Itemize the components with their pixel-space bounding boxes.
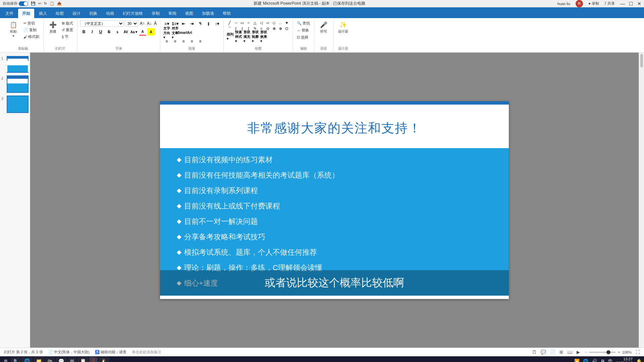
autosave-switch[interactable] — [19, 1, 28, 6]
shape-outline-btn[interactable]: 形状轮廓▾ — [252, 33, 259, 40]
tab-record[interactable]: 录制 — [148, 9, 164, 18]
tab-view[interactable]: 视图 — [181, 9, 197, 18]
spacing-button[interactable]: AV — [122, 28, 129, 36]
chevron-up-icon[interactable]: 🔼 — [573, 359, 581, 362]
quick-save-icon[interactable]: 💾 — [31, 1, 36, 6]
clock[interactable]: 13:27 2023/2/16 — [615, 357, 634, 362]
monitor-icon[interactable]: 🖥 — [599, 359, 606, 362]
section-button[interactable]: § 节 — [60, 34, 74, 40]
taskbar-store[interactable]: 🛍 — [45, 357, 55, 362]
shape-more[interactable]: … — [277, 20, 283, 25]
slide-thumbnail-2[interactable] — [7, 75, 29, 93]
tab-addins[interactable]: 加载项 — [198, 9, 218, 18]
notes-view-btn[interactable]: 🗒 — [532, 350, 537, 355]
scrollbar-thumb[interactable] — [640, 54, 643, 67]
line-spacing-btn[interactable]: ↕▾ — [213, 20, 221, 27]
arrange-btn[interactable]: 排列▾ — [226, 33, 234, 40]
bold-button[interactable]: B — [80, 28, 88, 36]
zoom-slider[interactable] — [589, 352, 616, 353]
tab-review[interactable]: 审阅 — [164, 9, 180, 18]
font-size-select[interactable]: 30 — [125, 20, 138, 27]
decrease-indent-btn[interactable]: ⇤ — [180, 20, 187, 27]
ime-icon[interactable]: 中 — [607, 358, 613, 362]
zoom-in-btn[interactable]: ＋ — [617, 350, 621, 355]
taskbar-browser[interactable]: 🌐 — [21, 357, 33, 362]
tab-insert[interactable]: 插入 — [35, 9, 51, 18]
cut-button[interactable]: ✂ 剪切 — [22, 20, 41, 26]
taskbar-note[interactable]: 📋 — [77, 357, 89, 362]
slide-thumbnail-1[interactable] — [7, 55, 29, 73]
taskbar-chat[interactable]: 💬 — [56, 357, 67, 362]
shape-arrow[interactable]: → — [233, 20, 239, 25]
tab-design[interactable]: 设计 — [68, 9, 85, 18]
text-direction-btn[interactable]: 文字方向▾ — [163, 29, 170, 36]
tab-draw[interactable]: 绘图 — [52, 9, 68, 18]
increase-font-btn[interactable]: A↑ — [139, 20, 145, 26]
select-button[interactable]: ⊡ 选择 — [296, 34, 310, 41]
highlight-button[interactable]: A — [147, 28, 155, 36]
paste-button[interactable]: 📋 粘贴 ▼ — [5, 20, 21, 39]
align-justify-btn[interactable]: ≡ — [188, 38, 196, 45]
font-name-select[interactable]: （中文正文） — [80, 20, 124, 27]
rtl-btn[interactable]: ↰ — [197, 20, 204, 27]
start-button[interactable]: ⊞ — [1, 357, 10, 362]
shape-line[interactable]: ╱ — [226, 20, 232, 25]
column-btn[interactable]: ⫿ — [205, 20, 212, 27]
taskbar-app8[interactable]: 🐧 — [98, 357, 109, 362]
slideshow-btn[interactable]: ▶ — [577, 350, 580, 355]
increase-indent-btn[interactable]: ⇥ — [188, 20, 196, 27]
decrease-font-btn[interactable]: A↓ — [146, 20, 152, 26]
notes-placeholder[interactable]: 单击此处添加备注 — [132, 350, 161, 355]
close-btn[interactable]: ✕ — [637, 1, 641, 6]
underline-button[interactable]: U — [97, 28, 104, 36]
taskbar-explorer[interactable]: 📁 — [33, 357, 44, 362]
shape-rtri[interactable]: ◁ — [258, 20, 264, 25]
slide-sorter-btn[interactable]: ⊞ — [559, 350, 563, 355]
tab-transitions[interactable]: 切换 — [85, 9, 101, 18]
shape-rect[interactable]: ▭ — [239, 20, 245, 25]
italic-button[interactable]: I — [89, 28, 96, 36]
upload-icon[interactable]: 📤 — [57, 1, 62, 6]
shape-circle[interactable]: ○ — [246, 20, 252, 25]
minimize-btn[interactable]: — — [620, 1, 625, 6]
shape-custom5[interactable]: ⌬ — [284, 26, 290, 31]
comment-btn[interactable]: 💬 — [541, 350, 546, 355]
shape-custom3[interactable]: ⊕ — [271, 26, 277, 31]
record-tab-btn[interactable]: ● 录制 — [588, 1, 599, 6]
dictate-button[interactable]: 🎤 听写 — [317, 20, 330, 35]
notification-icon[interactable]: 🔔 — [635, 359, 643, 362]
tab-animations[interactable]: 动画 — [102, 9, 118, 18]
strikethrough-button[interactable]: S — [105, 28, 113, 36]
font-color-button[interactable]: A — [139, 28, 146, 36]
tab-file[interactable]: 文件 — [1, 9, 17, 18]
maximize-btn[interactable]: ☐ — [629, 1, 633, 6]
slide-canvas[interactable]: 非常感谢大家的关注和支持！ ◆目前没有视频中的练习素材◆目前没有任何技能高考相关… — [160, 101, 509, 299]
fit-slide-btn[interactable]: ⛶ — [636, 350, 640, 355]
slide-thumbnail-3[interactable] — [7, 96, 29, 113]
align-center-btn[interactable]: ≡ — [171, 38, 179, 45]
shadow-button[interactable]: s — [114, 28, 121, 36]
designer-button[interactable]: ✨ 设计器 — [336, 20, 350, 35]
justify-all-btn[interactable]: ≡ — [197, 38, 204, 45]
format-painter-button[interactable]: 🖌 格式刷 — [22, 34, 41, 40]
redo-icon[interactable]: ↻ — [44, 1, 47, 6]
zoom-out-btn[interactable]: － — [584, 350, 588, 355]
tab-home[interactable]: 开始 — [18, 9, 34, 18]
taskbar-powerpoint[interactable]: P — [89, 357, 98, 362]
layout-button[interactable]: ⊞ 版式 — [60, 20, 74, 26]
tab-help[interactable]: 帮助 — [219, 9, 235, 18]
shape-fill-btn[interactable]: 形状填充▾ — [243, 33, 251, 40]
shape-diamond[interactable]: ◇ — [271, 20, 277, 25]
share-btn[interactable]: ⤴ 共享 — [604, 1, 615, 6]
shape-custom4[interactable]: ⊗ — [277, 26, 283, 31]
shape-expand[interactable]: ▼ — [284, 20, 290, 25]
autosave-toggle[interactable]: 自动保存 — [3, 1, 28, 6]
shape-arc[interactable]: ⌒ — [226, 26, 232, 31]
new-slide-button[interactable]: ➕ 新建 — [46, 20, 60, 35]
find-button[interactable]: 🔍 查找 — [296, 20, 311, 26]
undo-icon[interactable]: ↩ — [38, 1, 41, 6]
reset-button[interactable]: ↺ 重置 — [60, 27, 74, 33]
replace-button[interactable]: ↔ 替换 — [296, 27, 310, 34]
shape-tri[interactable]: △ — [252, 20, 258, 25]
case-button[interactable]: Aa▼ — [130, 28, 138, 36]
